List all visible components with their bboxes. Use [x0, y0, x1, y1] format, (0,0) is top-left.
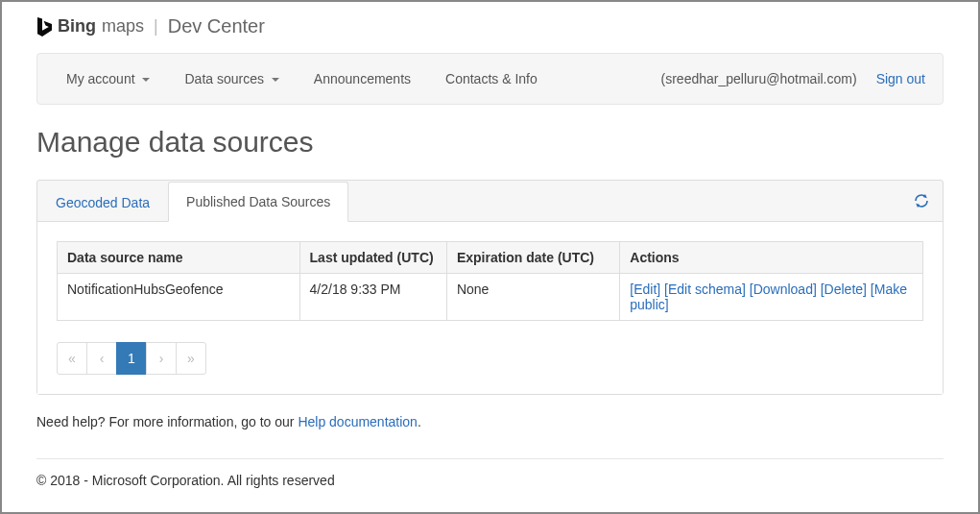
- tab-published[interactable]: Published Data Sources: [168, 182, 348, 222]
- nav-announcements-label: Announcements: [314, 71, 411, 86]
- caret-down-icon: [142, 78, 150, 82]
- action-edit-schema[interactable]: [Edit schema]: [664, 281, 746, 297]
- nav-my-account-label: My account: [66, 71, 135, 86]
- cell-updated: 4/2/18 9:33 PM: [299, 274, 446, 321]
- page-prev[interactable]: ‹: [86, 342, 117, 375]
- user-email: (sreedhar_pelluru@hotmail.com): [661, 71, 857, 86]
- nav-contacts[interactable]: Contacts & Info: [428, 53, 555, 105]
- cell-expiration: None: [446, 274, 619, 321]
- action-download[interactable]: [Download]: [750, 281, 817, 297]
- tab-published-label: Published Data Sources: [186, 194, 330, 209]
- cell-name: NotificationHubsGeofence: [58, 274, 300, 321]
- help-text: Need help? For more information, go to o…: [36, 414, 944, 429]
- page-title: Manage data sources: [36, 126, 944, 159]
- nav-my-account[interactable]: My account: [49, 53, 167, 105]
- nav-announcements[interactable]: Announcements: [297, 53, 428, 105]
- help-prefix: Need help? For more information, go to o…: [36, 414, 298, 429]
- table-row: NotificationHubsGeofence 4/2/18 9:33 PM …: [58, 274, 923, 321]
- nav-data-sources[interactable]: Data sources: [167, 53, 296, 105]
- col-actions: Actions: [620, 242, 923, 274]
- page-first[interactable]: «: [57, 342, 87, 375]
- data-sources-table: Data source name Last updated (UTC) Expi…: [57, 241, 923, 321]
- brand-header: Bing maps | Dev Center: [36, 15, 944, 37]
- navbar: My account Data sources Announcements Co…: [36, 53, 944, 105]
- tab-geocoded[interactable]: Geocoded Data: [37, 183, 168, 222]
- bing-logo: Bing maps: [36, 16, 144, 37]
- brand-devcenter: Dev Center: [168, 15, 265, 37]
- pagination: « ‹ 1 › »: [57, 342, 923, 375]
- footer-text: © 2018 - Microsoft Corporation. All righ…: [36, 459, 944, 502]
- col-name: Data source name: [58, 242, 300, 274]
- brand-maps: maps: [102, 16, 144, 37]
- help-suffix: .: [418, 414, 421, 429]
- cell-actions: [Edit] [Edit schema] [Download] [Delete]…: [620, 274, 923, 321]
- brand-divider: |: [154, 16, 158, 37]
- caret-down-icon: [272, 78, 279, 82]
- sign-out-link[interactable]: Sign out: [876, 71, 931, 86]
- page-next[interactable]: ›: [146, 342, 177, 375]
- tab-geocoded-label: Geocoded Data: [56, 195, 150, 210]
- help-doc-link[interactable]: Help documentation: [298, 414, 418, 429]
- tab-panel: Geocoded Data Published Data Sources Dat…: [36, 180, 944, 395]
- bing-icon: [36, 17, 52, 37]
- nav-data-sources-label: Data sources: [184, 71, 263, 86]
- brand-bing: Bing: [58, 16, 96, 37]
- action-delete[interactable]: [Delete]: [821, 281, 867, 297]
- refresh-button[interactable]: [900, 184, 943, 218]
- page-last[interactable]: »: [176, 342, 206, 375]
- page-1[interactable]: 1: [116, 342, 147, 375]
- refresh-icon: [914, 193, 929, 208]
- col-expiration: Expiration date (UTC): [446, 242, 619, 274]
- col-updated: Last updated (UTC): [299, 242, 446, 274]
- action-edit[interactable]: [Edit]: [630, 281, 660, 297]
- nav-contacts-label: Contacts & Info: [445, 71, 538, 86]
